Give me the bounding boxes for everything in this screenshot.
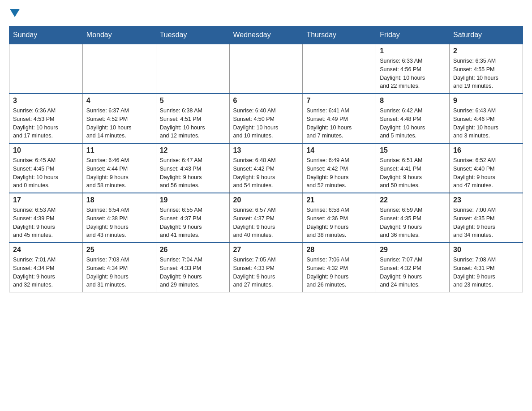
day-number: 19 [160,196,226,204]
day-number: 17 [13,196,79,204]
day-number: 1 [380,47,446,55]
day-number: 13 [233,146,299,154]
day-info: Sunrise: 6:35 AM Sunset: 4:55 PM Dayligh… [453,57,519,90]
day-info: Sunrise: 6:33 AM Sunset: 4:56 PM Dayligh… [380,57,446,90]
calendar-cell [229,44,303,94]
calendar-cell [82,44,156,94]
day-info: Sunrise: 6:41 AM Sunset: 4:49 PM Dayligh… [306,107,372,140]
day-info: Sunrise: 6:53 AM Sunset: 4:39 PM Dayligh… [13,206,79,240]
calendar-cell: 25Sunrise: 7:03 AM Sunset: 4:34 PM Dayli… [82,243,156,292]
day-info: Sunrise: 6:49 AM Sunset: 4:42 PM Dayligh… [306,156,372,190]
day-info: Sunrise: 6:42 AM Sunset: 4:48 PM Dayligh… [380,107,446,140]
weekday-header-monday: Monday [82,26,156,44]
day-number: 14 [306,146,372,154]
day-number: 5 [160,97,226,105]
day-number: 9 [453,97,519,105]
weekday-header-sunday: Sunday [9,26,83,44]
day-info: Sunrise: 6:51 AM Sunset: 4:41 PM Dayligh… [380,156,446,190]
day-info: Sunrise: 7:01 AM Sunset: 4:34 PM Dayligh… [13,256,79,289]
day-number: 22 [380,196,446,204]
day-number: 11 [86,146,152,154]
day-info: Sunrise: 6:57 AM Sunset: 4:37 PM Dayligh… [233,206,299,240]
day-number: 21 [306,196,372,204]
calendar-cell: 15Sunrise: 6:51 AM Sunset: 4:41 PM Dayli… [376,143,450,193]
day-info: Sunrise: 7:03 AM Sunset: 4:34 PM Dayligh… [86,256,152,289]
day-number: 8 [380,97,446,105]
day-info: Sunrise: 6:52 AM Sunset: 4:40 PM Dayligh… [453,156,519,190]
calendar-cell: 3Sunrise: 6:36 AM Sunset: 4:53 PM Daylig… [9,94,83,143]
day-info: Sunrise: 6:55 AM Sunset: 4:37 PM Dayligh… [160,206,226,240]
calendar-cell: 18Sunrise: 6:54 AM Sunset: 4:38 PM Dayli… [82,193,156,243]
calendar-cell: 7Sunrise: 6:41 AM Sunset: 4:49 PM Daylig… [303,94,376,143]
calendar-cell: 22Sunrise: 6:59 AM Sunset: 4:35 PM Dayli… [376,193,450,243]
calendar-cell: 26Sunrise: 7:04 AM Sunset: 4:33 PM Dayli… [156,243,229,292]
day-info: Sunrise: 6:48 AM Sunset: 4:42 PM Dayligh… [233,156,299,190]
calendar-cell: 14Sunrise: 6:49 AM Sunset: 4:42 PM Dayli… [303,143,376,193]
day-number: 4 [86,97,152,105]
calendar-cell: 16Sunrise: 6:52 AM Sunset: 4:40 PM Dayli… [450,143,523,193]
calendar-week-1: 1Sunrise: 6:33 AM Sunset: 4:56 PM Daylig… [9,44,523,94]
day-info: Sunrise: 6:45 AM Sunset: 4:45 PM Dayligh… [13,156,79,190]
weekday-header-saturday: Saturday [450,26,523,44]
day-info: Sunrise: 6:54 AM Sunset: 4:38 PM Dayligh… [86,206,152,240]
calendar-cell: 12Sunrise: 6:47 AM Sunset: 4:43 PM Dayli… [156,143,229,193]
day-number: 25 [86,246,152,254]
calendar-week-3: 10Sunrise: 6:45 AM Sunset: 4:45 PM Dayli… [9,143,523,193]
calendar-cell: 23Sunrise: 7:00 AM Sunset: 4:35 PM Dayli… [450,193,523,243]
day-info: Sunrise: 7:07 AM Sunset: 4:32 PM Dayligh… [380,256,446,289]
calendar-cell: 1Sunrise: 6:33 AM Sunset: 4:56 PM Daylig… [376,44,450,94]
calendar-cell: 10Sunrise: 6:45 AM Sunset: 4:45 PM Dayli… [9,143,83,193]
calendar-cell: 27Sunrise: 7:05 AM Sunset: 4:33 PM Dayli… [229,243,303,292]
day-number: 10 [13,146,79,154]
day-info: Sunrise: 7:00 AM Sunset: 4:35 PM Dayligh… [453,206,519,240]
day-number: 16 [453,146,519,154]
day-number: 30 [453,246,519,254]
calendar-week-2: 3Sunrise: 6:36 AM Sunset: 4:53 PM Daylig… [9,94,523,143]
weekday-header-friday: Friday [376,26,450,44]
weekday-header-tuesday: Tuesday [156,26,229,44]
calendar-cell [156,44,229,94]
day-info: Sunrise: 7:08 AM Sunset: 4:31 PM Dayligh… [453,256,519,289]
calendar-cell: 8Sunrise: 6:42 AM Sunset: 4:48 PM Daylig… [376,94,450,143]
calendar-cell: 28Sunrise: 7:06 AM Sunset: 4:32 PM Dayli… [303,243,376,292]
day-info: Sunrise: 6:46 AM Sunset: 4:44 PM Dayligh… [86,156,152,190]
calendar-cell [9,44,83,94]
calendar-cell: 24Sunrise: 7:01 AM Sunset: 4:34 PM Dayli… [9,243,83,292]
day-info: Sunrise: 6:40 AM Sunset: 4:50 PM Dayligh… [233,107,299,140]
calendar-cell: 5Sunrise: 6:38 AM Sunset: 4:51 PM Daylig… [156,94,229,143]
day-number: 23 [453,196,519,204]
calendar-cell: 13Sunrise: 6:48 AM Sunset: 4:42 PM Dayli… [229,143,303,193]
day-number: 28 [306,246,372,254]
day-number: 26 [160,246,226,254]
day-info: Sunrise: 6:36 AM Sunset: 4:53 PM Dayligh… [13,107,79,140]
calendar-cell: 19Sunrise: 6:55 AM Sunset: 4:37 PM Dayli… [156,193,229,243]
calendar-cell [303,44,376,94]
day-number: 24 [13,246,79,254]
day-info: Sunrise: 6:58 AM Sunset: 4:36 PM Dayligh… [306,206,372,240]
calendar-cell: 2Sunrise: 6:35 AM Sunset: 4:55 PM Daylig… [450,44,523,94]
calendar-cell: 21Sunrise: 6:58 AM Sunset: 4:36 PM Dayli… [303,193,376,243]
day-number: 7 [306,97,372,105]
day-number: 6 [233,97,299,105]
calendar-cell: 11Sunrise: 6:46 AM Sunset: 4:44 PM Dayli… [82,143,156,193]
day-info: Sunrise: 6:43 AM Sunset: 4:46 PM Dayligh… [453,107,519,140]
weekday-header-thursday: Thursday [303,26,376,44]
calendar-header-row: SundayMondayTuesdayWednesdayThursdayFrid… [9,26,523,44]
weekday-header-wednesday: Wednesday [229,26,303,44]
day-info: Sunrise: 6:37 AM Sunset: 4:52 PM Dayligh… [86,107,152,140]
day-number: 18 [86,196,152,204]
day-info: Sunrise: 7:04 AM Sunset: 4:33 PM Dayligh… [160,256,226,289]
calendar-cell: 9Sunrise: 6:43 AM Sunset: 4:46 PM Daylig… [450,94,523,143]
day-info: Sunrise: 6:47 AM Sunset: 4:43 PM Dayligh… [160,156,226,190]
day-number: 12 [160,146,226,154]
day-number: 29 [380,246,446,254]
calendar-week-4: 17Sunrise: 6:53 AM Sunset: 4:39 PM Dayli… [9,193,523,243]
calendar-cell: 17Sunrise: 6:53 AM Sunset: 4:39 PM Dayli… [9,193,83,243]
logo [9,9,20,17]
calendar-cell: 4Sunrise: 6:37 AM Sunset: 4:52 PM Daylig… [82,94,156,143]
day-info: Sunrise: 7:06 AM Sunset: 4:32 PM Dayligh… [306,256,372,289]
svg-marker-0 [10,9,20,17]
page-header [9,9,523,17]
day-number: 15 [380,146,446,154]
day-info: Sunrise: 7:05 AM Sunset: 4:33 PM Dayligh… [233,256,299,289]
